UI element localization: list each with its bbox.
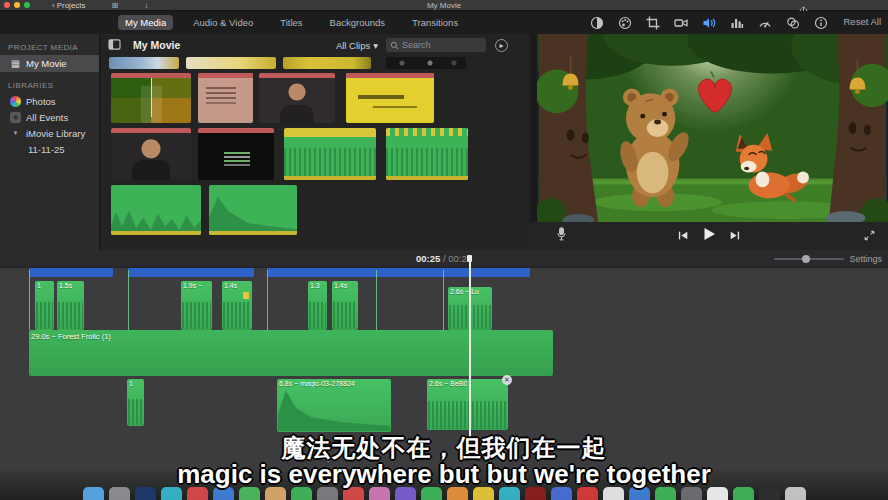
tab-audio-video[interactable]: Audio & Video <box>186 15 260 30</box>
media-thumb-wave-yellow-top[interactable] <box>284 128 376 180</box>
media-thumb-strip-blue[interactable] <box>109 57 179 69</box>
back-to-projects-button[interactable]: ‹Projects <box>52 1 86 10</box>
preview-pane <box>530 34 888 250</box>
imovie-window: ‹Projects ⊞ ↓ My Movie My MediaAudio & V… <box>0 0 888 500</box>
search-field[interactable] <box>386 38 486 52</box>
preview-frame <box>537 34 888 222</box>
playback-controls <box>530 222 888 250</box>
library-list: Photos★All Events▾iMovie Library11-11-25 <box>0 93 99 157</box>
timeline-video-bar[interactable] <box>267 268 530 277</box>
sidebar-item-all-events[interactable]: ★All Events <box>0 109 99 125</box>
clip-label: 1 <box>37 282 41 289</box>
media-browser: My Movie All Clips▾ ▸ <box>101 34 530 250</box>
zoom-slider-thumb[interactable] <box>802 255 810 263</box>
search-input[interactable] <box>402 40 482 50</box>
media-thumb-strip-dark[interactable] <box>386 57 466 69</box>
next-frame-button[interactable] <box>729 227 741 245</box>
menu-bar: ‹Projects ⊞ ↓ My Movie <box>0 0 888 11</box>
sidebar-item-label: iMovie Library <box>26 128 85 139</box>
reset-all-button[interactable]: Reset All <box>844 16 882 27</box>
stabilization-icon[interactable] <box>674 15 689 30</box>
media-thumb-code-dark[interactable] <box>198 128 274 180</box>
timeline-zoom-slider[interactable] <box>774 258 844 260</box>
preview-scene <box>537 34 888 222</box>
sidebar-item-imovie-library[interactable]: ▾iMovie Library <box>0 125 99 141</box>
clip-label: 6.8s ~ magic-03-278824 <box>279 380 355 387</box>
tab-backgrounds[interactable]: Backgrounds <box>323 15 392 30</box>
crop-icon[interactable] <box>646 15 661 30</box>
waveform <box>58 302 83 329</box>
timeline-audio-clip[interactable]: 1.4s <box>332 281 358 330</box>
waveform <box>428 401 507 429</box>
media-thumb-strip-yellow[interactable] <box>283 57 371 69</box>
playhead[interactable] <box>469 262 471 458</box>
timeline-audio-clip[interactable]: 1 <box>35 281 54 330</box>
media-thumb-doc-tan[interactable] <box>198 73 253 123</box>
clip-label: 1.4s <box>224 282 237 289</box>
timeline-audio-clip[interactable]: 2.6s ~ BeB0✕ <box>427 379 508 430</box>
close-window-button[interactable] <box>4 2 10 8</box>
yellow-base-bar <box>111 231 201 235</box>
timeline-audio-clip[interactable]: 1.3 <box>308 281 327 330</box>
record-voiceover-icon[interactable] <box>556 227 567 245</box>
waveform <box>36 302 53 329</box>
timeline-audio-clip[interactable]: 1.9s ~ <box>181 281 212 330</box>
clip-boundary-marker <box>128 270 129 330</box>
color-balance-icon[interactable] <box>590 15 605 30</box>
chevron-down-icon: ▾ <box>10 128 21 139</box>
color-correction-icon[interactable] <box>618 15 633 30</box>
timeline-audio-clip[interactable]: 6.8s ~ magic-03-278824 <box>277 379 391 432</box>
timeline-video-bar[interactable] <box>128 268 254 277</box>
minimize-window-button[interactable] <box>14 2 20 8</box>
info-icon[interactable] <box>814 15 829 30</box>
all-clips-dropdown[interactable]: All Clips▾ <box>336 40 378 51</box>
effects-icon[interactable] <box>786 15 801 30</box>
timeline-settings-button[interactable]: Settings <box>849 254 882 264</box>
timeline-music-clip[interactable]: 29.0s ~ Forest Frolic (1) <box>29 330 553 376</box>
media-thumb-strip-cream[interactable] <box>186 57 276 69</box>
chevron-down-icon: ▾ <box>373 40 378 51</box>
clip-label: 1.5s <box>59 282 72 289</box>
media-thumb-wave-soft[interactable] <box>111 185 201 235</box>
sidebar-item-my-movie[interactable]: ▦ My Movie <box>0 55 99 72</box>
volume-icon[interactable] <box>702 15 717 30</box>
top-strip: My MediaAudio & VideoTitlesBackgroundsTr… <box>0 11 888 34</box>
media-thumb-promo-yellow[interactable] <box>346 73 434 123</box>
tab-titles[interactable]: Titles <box>273 15 309 30</box>
speed-icon[interactable] <box>758 15 773 30</box>
photos-icon <box>10 96 21 107</box>
sidebar-item-photos[interactable]: Photos <box>0 93 99 109</box>
clip-boundary-marker <box>443 270 444 330</box>
sidebar-item-11-11-25[interactable]: 11-11-25 <box>0 141 99 157</box>
waveform <box>128 399 143 425</box>
media-thumb-wave-decay[interactable] <box>209 185 297 235</box>
fullscreen-icon[interactable] <box>864 227 875 245</box>
libraries-sidebar: PROJECT MEDIA ▦ My Movie LIBRARIES Photo… <box>0 34 100 250</box>
sidebar-toggle-icon[interactable] <box>108 36 121 54</box>
sidebar-item-label: All Events <box>26 112 68 123</box>
media-thumb-collage[interactable] <box>111 73 191 123</box>
timeline-audio-clip[interactable]: 1.4s <box>222 281 252 330</box>
libraries-header: LIBRARIES <box>8 81 99 90</box>
tab-transitions[interactable]: Transitions <box>405 15 465 30</box>
tab-my-media[interactable]: My Media <box>118 15 173 30</box>
timeline-audio-clip[interactable]: 1 <box>127 379 144 426</box>
media-thumb-person[interactable] <box>259 73 335 123</box>
noise-reduction-icon[interactable] <box>730 15 745 30</box>
media-thumb-wave-bars[interactable] <box>386 128 468 180</box>
timeline-video-bar[interactable] <box>29 268 113 277</box>
play-button[interactable] <box>702 227 716 245</box>
warning-badge <box>243 292 249 299</box>
media-thumb-person-dark[interactable] <box>111 128 191 180</box>
waveform <box>209 196 297 235</box>
import-icon[interactable]: ↓ <box>144 1 148 10</box>
waveform <box>111 200 201 235</box>
browser-advance-icon[interactable]: ▸ <box>495 39 508 52</box>
media-tabs: My MediaAudio & VideoTitlesBackgroundsTr… <box>118 11 465 34</box>
grid-view-icon[interactable]: ⊞ <box>112 1 119 10</box>
timeline-audio-clip[interactable]: 1.5s <box>57 281 84 330</box>
previous-frame-button[interactable] <box>677 227 689 245</box>
clip-label: 1 <box>129 380 133 387</box>
clip-label: 1.9s ~ <box>183 282 202 289</box>
zoom-window-button[interactable] <box>24 2 30 8</box>
